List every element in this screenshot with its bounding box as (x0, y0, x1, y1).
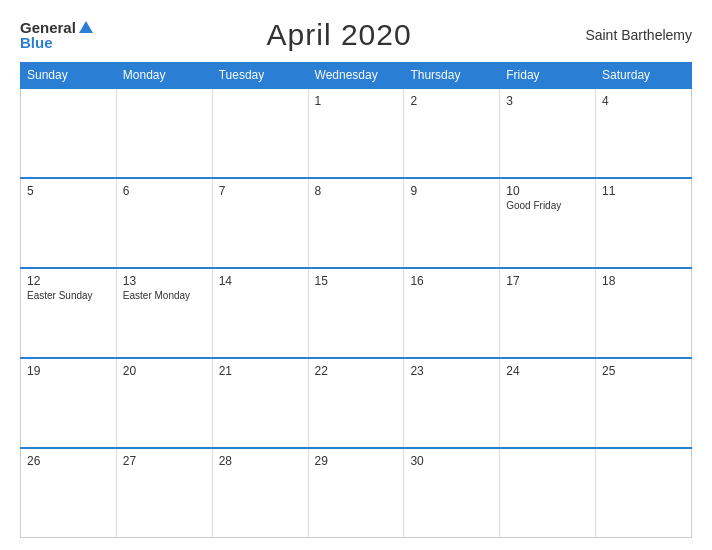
calendar-day-cell: 6 (116, 178, 212, 268)
calendar-header-sunday: Sunday (21, 63, 117, 89)
calendar-day-cell: 14 (212, 268, 308, 358)
day-number: 11 (602, 184, 685, 198)
calendar-day-cell: 20 (116, 358, 212, 448)
day-number: 7 (219, 184, 302, 198)
day-number: 18 (602, 274, 685, 288)
day-number: 23 (410, 364, 493, 378)
calendar-week-row: 19202122232425 (21, 358, 692, 448)
calendar-day-cell (21, 88, 117, 178)
day-number: 4 (602, 94, 685, 108)
logo: General Blue (20, 20, 93, 50)
calendar-day-cell: 1 (308, 88, 404, 178)
calendar-day-cell: 2 (404, 88, 500, 178)
calendar-day-cell: 30 (404, 448, 500, 538)
calendar-day-cell: 17 (500, 268, 596, 358)
calendar-day-cell: 9 (404, 178, 500, 268)
day-number: 3 (506, 94, 589, 108)
logo-blue-text: Blue (20, 35, 93, 50)
day-number: 22 (315, 364, 398, 378)
calendar-day-cell: 3 (500, 88, 596, 178)
day-number: 16 (410, 274, 493, 288)
calendar-day-cell: 26 (21, 448, 117, 538)
day-number: 12 (27, 274, 110, 288)
calendar-day-cell: 24 (500, 358, 596, 448)
calendar-day-cell: 27 (116, 448, 212, 538)
calendar-day-cell: 21 (212, 358, 308, 448)
calendar-week-row: 12Easter Sunday13Easter Monday1415161718 (21, 268, 692, 358)
calendar-day-cell (116, 88, 212, 178)
calendar-day-cell (596, 448, 692, 538)
day-number: 5 (27, 184, 110, 198)
day-number: 24 (506, 364, 589, 378)
day-number: 9 (410, 184, 493, 198)
day-number: 14 (219, 274, 302, 288)
calendar-day-cell: 8 (308, 178, 404, 268)
day-number: 26 (27, 454, 110, 468)
day-event-label: Good Friday (506, 200, 589, 211)
calendar-day-cell: 22 (308, 358, 404, 448)
calendar-header-monday: Monday (116, 63, 212, 89)
day-number: 20 (123, 364, 206, 378)
calendar-day-cell: 4 (596, 88, 692, 178)
calendar-header-friday: Friday (500, 63, 596, 89)
calendar-day-cell: 15 (308, 268, 404, 358)
day-number: 13 (123, 274, 206, 288)
day-number: 8 (315, 184, 398, 198)
day-number: 21 (219, 364, 302, 378)
calendar-header-tuesday: Tuesday (212, 63, 308, 89)
calendar-table: SundayMondayTuesdayWednesdayThursdayFrid… (20, 62, 692, 538)
calendar-day-cell (212, 88, 308, 178)
calendar-day-cell: 11 (596, 178, 692, 268)
calendar-week-row: 1234 (21, 88, 692, 178)
day-number: 19 (27, 364, 110, 378)
calendar-day-cell: 18 (596, 268, 692, 358)
calendar-day-cell: 19 (21, 358, 117, 448)
calendar-week-row: 5678910Good Friday11 (21, 178, 692, 268)
day-number: 28 (219, 454, 302, 468)
logo-triangle-icon (79, 21, 93, 33)
day-number: 10 (506, 184, 589, 198)
day-number: 17 (506, 274, 589, 288)
day-number: 1 (315, 94, 398, 108)
logo-general-text: General (20, 20, 76, 35)
day-number: 2 (410, 94, 493, 108)
calendar-day-cell: 16 (404, 268, 500, 358)
day-number: 15 (315, 274, 398, 288)
calendar-header-row: SundayMondayTuesdayWednesdayThursdayFrid… (21, 63, 692, 89)
calendar-header-saturday: Saturday (596, 63, 692, 89)
day-number: 29 (315, 454, 398, 468)
day-event-label: Easter Monday (123, 290, 206, 301)
month-title: April 2020 (267, 18, 412, 52)
calendar-day-cell (500, 448, 596, 538)
calendar-day-cell: 12Easter Sunday (21, 268, 117, 358)
page: General Blue April 2020 Saint Barthelemy… (0, 0, 712, 550)
calendar-day-cell: 10Good Friday (500, 178, 596, 268)
calendar-day-cell: 29 (308, 448, 404, 538)
calendar-header-wednesday: Wednesday (308, 63, 404, 89)
calendar-week-row: 2627282930 (21, 448, 692, 538)
day-event-label: Easter Sunday (27, 290, 110, 301)
calendar-day-cell: 7 (212, 178, 308, 268)
calendar-day-cell: 5 (21, 178, 117, 268)
calendar-day-cell: 25 (596, 358, 692, 448)
region-label: Saint Barthelemy (585, 27, 692, 43)
day-number: 6 (123, 184, 206, 198)
calendar-day-cell: 28 (212, 448, 308, 538)
day-number: 25 (602, 364, 685, 378)
calendar-day-cell: 13Easter Monday (116, 268, 212, 358)
header: General Blue April 2020 Saint Barthelemy (20, 18, 692, 52)
day-number: 30 (410, 454, 493, 468)
calendar-day-cell: 23 (404, 358, 500, 448)
calendar-header-thursday: Thursday (404, 63, 500, 89)
day-number: 27 (123, 454, 206, 468)
